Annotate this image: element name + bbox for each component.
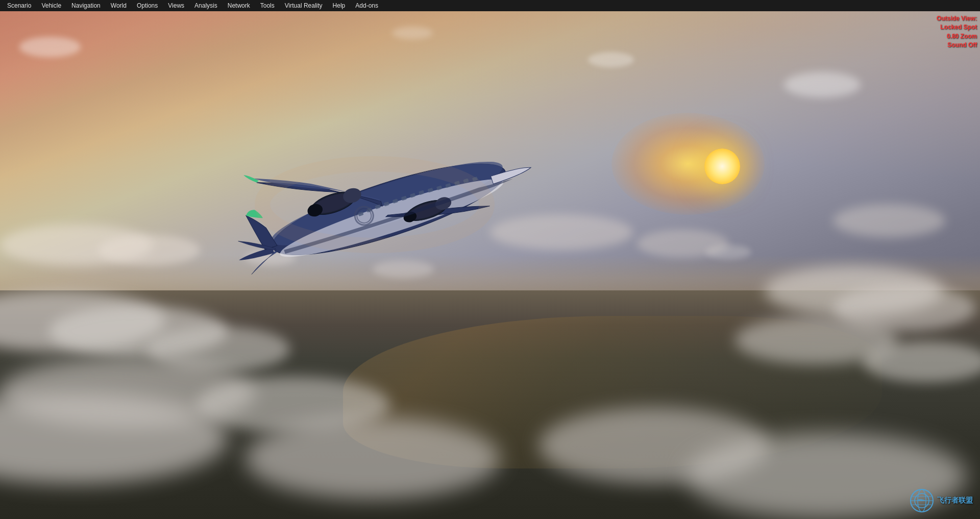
- watermark-text: 飞行者联盟: [937, 496, 973, 505]
- hud-zoom: 0.80 Zoom: [937, 32, 977, 41]
- flight-scene: [0, 11, 980, 519]
- menu-vehicle[interactable]: Vehicle: [36, 1, 66, 10]
- menu-scenario[interactable]: Scenario: [2, 1, 36, 10]
- menu-navigation[interactable]: Navigation: [66, 1, 106, 10]
- watermark: 飞行者联盟: [910, 488, 973, 513]
- menu-views[interactable]: Views: [163, 1, 189, 10]
- menu-virtual-reality[interactable]: Virtual Reality: [280, 1, 328, 10]
- menu-help[interactable]: Help: [328, 1, 351, 10]
- watermark-logo-icon: [910, 488, 934, 513]
- menu-bar: Scenario Vehicle Navigation World Option…: [0, 0, 980, 11]
- menu-analysis[interactable]: Analysis: [189, 1, 223, 10]
- hud-sound: Sound Off: [937, 41, 977, 50]
- hud-view-mode: Outside View:: [937, 14, 977, 23]
- menu-tools[interactable]: Tools: [255, 1, 280, 10]
- airplane: [196, 92, 543, 307]
- menu-options[interactable]: Options: [132, 1, 163, 10]
- hud-camera-mode: Locked Spot: [937, 23, 977, 32]
- hud-overlay: Outside View: Locked Spot 0.80 Zoom Soun…: [937, 14, 977, 50]
- menu-world[interactable]: World: [106, 1, 132, 10]
- menu-add-ons[interactable]: Add-ons: [350, 1, 383, 10]
- menu-network[interactable]: Network: [223, 1, 255, 10]
